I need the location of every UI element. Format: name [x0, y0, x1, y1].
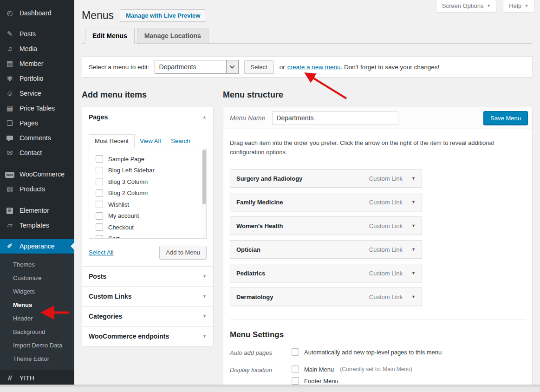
- checkbox[interactable]: [96, 178, 103, 185]
- screen-options-button[interactable]: Screen Options ▼: [436, 0, 497, 13]
- sidebar-item-price-tables[interactable]: ▦ Price Tables: [0, 101, 74, 116]
- sidebar-item-portfolio[interactable]: ✾ Portfolio: [0, 71, 74, 86]
- submenu-item-import-demo-data[interactable]: Import Demo Data: [0, 339, 74, 352]
- sidebar-item-member[interactable]: ▤ Member: [0, 56, 74, 71]
- sidebar-item-pages[interactable]: ❏ Pages: [0, 116, 74, 131]
- sidebar-item-label: Media: [20, 45, 37, 52]
- page-checkbox-row[interactable]: Blog 3 Column: [96, 176, 200, 188]
- submenu-item-background[interactable]: Background: [0, 325, 74, 339]
- menu-item-optician[interactable]: Optician Custom Link ▼: [230, 240, 422, 259]
- posts-panel-header[interactable]: Posts ▼: [82, 267, 213, 286]
- menu-item-label: Pediatrics: [236, 270, 265, 277]
- submenu-item-theme-editor[interactable]: Theme Editor: [0, 352, 74, 366]
- submenu-item-themes[interactable]: Themes: [0, 258, 74, 271]
- submenu-item-menus[interactable]: Menus: [0, 298, 74, 312]
- checkbox[interactable]: [292, 348, 299, 356]
- expand-item-icon[interactable]: ▼: [411, 223, 416, 228]
- page-checkbox-row[interactable]: Blog Left Sidebar: [96, 165, 200, 176]
- menu-item-womens-health[interactable]: Women’s Health Custom Link ▼: [230, 216, 422, 235]
- menu-select-dropdown[interactable]: Departments: [155, 60, 239, 74]
- sidebar-item-products[interactable]: ▧ Products: [0, 182, 74, 196]
- main-menu-location-option[interactable]: Main Menu (Currently set to: Main Menu): [292, 366, 412, 373]
- expand-item-icon[interactable]: ▼: [411, 200, 416, 204]
- sidebar-item-service[interactable]: ☺ Service: [0, 86, 74, 101]
- add-to-menu-button[interactable]: Add to Menu: [159, 246, 207, 259]
- tab-most-recent[interactable]: Most Recent: [89, 134, 135, 148]
- page-checkbox-row[interactable]: My account: [96, 210, 200, 222]
- tab-search[interactable]: Search: [166, 134, 195, 148]
- checkbox[interactable]: [96, 201, 103, 208]
- yith-icon: II: [5, 374, 14, 382]
- sidebar-item-yith[interactable]: II YITH: [0, 371, 74, 385]
- sidebar-item-label: Products: [20, 185, 45, 193]
- select-all-link[interactable]: Select All: [89, 249, 113, 256]
- menu-name-input[interactable]: [272, 111, 398, 125]
- menu-item-pediatrics[interactable]: Pediatrics Custom Link ▼: [230, 264, 422, 282]
- checkbox[interactable]: [96, 167, 103, 174]
- menu-item-label: Dermatology: [236, 294, 273, 301]
- page-checkbox-row[interactable]: Blog 2 Column: [96, 188, 200, 199]
- page-item-label: Checkout: [108, 224, 134, 231]
- expand-item-icon[interactable]: ▼: [411, 271, 416, 275]
- sidebar-item-elementor[interactable]: E Elementor: [0, 203, 74, 218]
- sidebar-item-dashboard[interactable]: ◴ Dashboard: [0, 6, 74, 20]
- page-checkbox-row[interactable]: Wishlist: [96, 199, 200, 210]
- checkbox[interactable]: [292, 377, 299, 385]
- sidebar-item-media[interactable]: ♫ Media: [0, 41, 74, 56]
- menu-item-surgery-and-radiology[interactable]: Surgery and Radiology Custom Link ▼: [230, 169, 422, 188]
- save-menu-button[interactable]: Save Menu: [483, 111, 528, 125]
- pages-panel-header[interactable]: Pages ▲: [82, 107, 213, 127]
- tab-view-all[interactable]: View All: [135, 134, 166, 148]
- sidebar-item-contact[interactable]: ✉ Contact: [0, 145, 74, 160]
- sidebar-item-label: Comments: [20, 134, 51, 142]
- drag-hint-text: Drag each item into the order you prefer…: [230, 138, 520, 157]
- tab-manage-locations[interactable]: Manage Locations: [137, 28, 208, 44]
- menu-item-type: Custom Link: [369, 294, 403, 301]
- checkbox[interactable]: [96, 223, 103, 231]
- expand-item-icon[interactable]: ▼: [411, 294, 416, 299]
- package-icon: ▧: [5, 185, 14, 193]
- sidebar-item-posts[interactable]: ✎ Posts: [0, 26, 74, 41]
- scrollbar-track[interactable]: [202, 148, 206, 238]
- sidebar-item-woocommerce[interactable]: Woo WooCommerce: [0, 166, 74, 182]
- checkbox[interactable]: [96, 155, 103, 163]
- sidebar-item-templates[interactable]: ▱ Templates: [0, 218, 74, 233]
- menu-item-dermatology[interactable]: Dermatology Custom Link ▼: [230, 287, 422, 306]
- page-checkbox-row[interactable]: Cart: [96, 233, 200, 239]
- page-item-label: Blog 2 Column: [108, 189, 148, 196]
- menu-name-label: Menu Name: [230, 114, 265, 122]
- submenu-item-customize[interactable]: Customize: [0, 271, 74, 285]
- tab-edit-menus[interactable]: Edit Menus: [85, 28, 135, 44]
- menu-item-label: Family Medicine: [236, 199, 283, 206]
- dashboard-icon: ◴: [5, 9, 14, 17]
- scrollbar-thumb[interactable]: [202, 150, 206, 204]
- sidebar-item-appearance[interactable]: ✐ Appearance: [0, 239, 74, 254]
- page-checkbox-row[interactable]: Checkout: [96, 222, 200, 233]
- categories-panel-header[interactable]: Categories ▼: [82, 307, 213, 326]
- select-button[interactable]: Select: [244, 60, 274, 74]
- custom-links-panel-header[interactable]: Custom Links ▼: [82, 287, 213, 306]
- create-new-menu-link[interactable]: create a new menu: [287, 64, 341, 71]
- expand-item-icon[interactable]: ▼: [411, 247, 416, 252]
- menu-item-family-medicine[interactable]: Family Medicine Custom Link ▼: [230, 193, 422, 211]
- checkbox[interactable]: [96, 212, 103, 220]
- checkbox[interactable]: [96, 189, 103, 197]
- submenu-item-widgets[interactable]: Widgets: [0, 285, 74, 298]
- page-checkbox-row[interactable]: Sample Page: [96, 153, 200, 165]
- woocommerce-endpoints-panel-header[interactable]: WooCommerce endpoints ▼: [82, 327, 213, 346]
- sidebar-item-label: Contact: [20, 149, 42, 157]
- auto-add-pages-option[interactable]: Automatically add new top-level pages to…: [292, 348, 442, 356]
- menu-item-type: Custom Link: [369, 175, 403, 182]
- submenu-item-header[interactable]: Header: [0, 312, 74, 325]
- checkbox[interactable]: [96, 235, 103, 239]
- sidebar-item-comments[interactable]: Comments: [0, 131, 74, 145]
- envelope-icon: ✉: [5, 149, 14, 157]
- page-item-label: My account: [108, 212, 139, 219]
- manage-live-preview-button[interactable]: Manage with Live Preview: [120, 9, 206, 22]
- help-button[interactable]: Help ▼: [503, 0, 534, 13]
- checkbox[interactable]: [292, 366, 299, 373]
- menu-item-type: Custom Link: [369, 199, 403, 206]
- sidebar-item-label: Service: [20, 90, 41, 97]
- expand-item-icon[interactable]: ▼: [411, 176, 416, 181]
- footer-menu-location-option[interactable]: Footer Menu: [292, 377, 412, 385]
